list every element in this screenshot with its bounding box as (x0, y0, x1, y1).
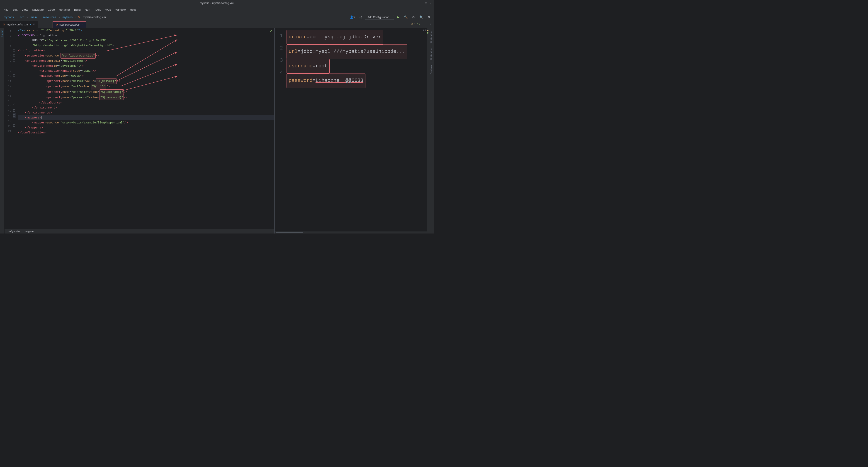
notifications-icon[interactable]: Notifications (430, 29, 433, 44)
menu-tools[interactable]: Tools (92, 7, 103, 12)
ln2: 2 (4, 34, 11, 39)
tab-close-xml[interactable]: ✕ (33, 23, 35, 26)
menu-view[interactable]: View (20, 7, 30, 12)
breadcrumb-mappers[interactable]: mappers (25, 230, 34, 233)
url-highlight-box: url=jdbc:mysql:///mybatis?useUnicode... (286, 45, 407, 59)
mybatis-btn[interactable]: mybatis (61, 15, 74, 20)
menu-window[interactable]: Window (114, 7, 128, 12)
back-btn[interactable]: mybatis (2, 15, 15, 20)
tab-close-props[interactable]: ✕ (81, 23, 83, 26)
code-line-19: <mapper resource="org/mybatis/example/Bl… (18, 120, 274, 125)
right-warning-scrollbar (427, 28, 429, 233)
code-line-20: </mappers> (18, 125, 274, 130)
close-btn[interactable]: ✕ (429, 2, 432, 5)
code-line-3: PUBLIC "-//mybatis.org//DTD Config 3.0//… (18, 38, 274, 43)
url-eq: = (298, 49, 301, 55)
fg20[interactable]: ○ (13, 123, 16, 128)
ln8: 8 (4, 64, 11, 69)
fg10[interactable]: − (13, 73, 16, 78)
right-scrollbar (275, 231, 429, 233)
code-line-15: </dataSource> (18, 100, 274, 105)
fg12 (13, 83, 16, 88)
menu-navigate[interactable]: Navigate (30, 7, 45, 12)
notifications2-icon[interactable]: Notifications (430, 46, 433, 61)
fg7[interactable]: − (13, 58, 16, 63)
window-controls: ─ □ ✕ (420, 2, 432, 5)
menu-code[interactable]: Code (46, 7, 57, 12)
code-line-2: <!DOCTYPE configuration (18, 33, 274, 38)
sep4: › (59, 16, 60, 19)
right-editor: ∧ ∨ 1 2 3 4 driver=com.mysql (275, 28, 429, 233)
code-line-14: <property name="password" value="${passw… (18, 95, 274, 100)
code-line-9: <transactionManager type="JDBC"/> (18, 68, 274, 74)
right-code-content: 1 2 3 4 driver=com.mysql.cj.jdbc.Driver (275, 28, 429, 231)
ln12: 12 (4, 84, 11, 89)
database-icon[interactable]: Database (430, 63, 433, 76)
fg21 (13, 128, 16, 133)
right-scrollbar-thumb[interactable] (276, 232, 303, 233)
gear-btn[interactable]: ⚙ (426, 15, 432, 20)
menu-refactor[interactable]: Refactor (57, 7, 72, 12)
scroll-up-arrow[interactable]: ∧ (423, 29, 424, 32)
back-nav-btn[interactable]: ◁ (358, 15, 363, 20)
fg17[interactable]: ○ (13, 108, 16, 113)
fg5[interactable]: − (13, 48, 16, 53)
left-code-lines[interactable]: <?xml version="1.0" encoding="UTF-8" ?> … (16, 28, 274, 229)
ln18: 18 (4, 114, 11, 119)
rln2: 2 (275, 42, 283, 55)
password-highlight-box: password=Lihaozhe!!@@6633 (286, 74, 365, 88)
ln14: 14 (4, 94, 11, 99)
ok-scroll-dot (427, 32, 429, 34)
tab-mybatis-config[interactable]: ⚙ myatis-confog.xml ● ✕ (0, 21, 38, 28)
resources-btn[interactable]: resources (42, 15, 57, 20)
maximize-btn[interactable]: □ (424, 2, 428, 5)
right-line-4: password=Lihaozhe!!@@6633 (286, 74, 429, 88)
breadcrumb-config[interactable]: configuration (7, 230, 21, 233)
editors-split: Project ✓ 1 2 3 4 5 6 7 8 9 10 (0, 28, 434, 233)
profile-btn[interactable]: 👤▾ (348, 15, 356, 20)
breadcrumb-sep-icon: › (23, 230, 23, 233)
fg3 (13, 38, 16, 43)
ln17: 17 (4, 109, 11, 114)
menu-vcs[interactable]: VCS (103, 7, 113, 12)
toolbar: mybatis › src › main › resources › mybat… (0, 13, 434, 21)
menu-edit[interactable]: Edit (11, 7, 19, 12)
ln4: 4 (4, 44, 11, 49)
menu-run[interactable]: Run (83, 7, 92, 12)
main-btn[interactable]: main (29, 15, 38, 20)
xml-file-icon: ⚙ (3, 23, 5, 26)
build-btn[interactable]: 🔨 (403, 15, 409, 20)
settings-btn[interactable]: ⚙ (411, 15, 416, 20)
minimize-btn[interactable]: ─ (420, 2, 423, 5)
add-config-button[interactable]: Add Configuration... (365, 15, 394, 20)
search-btn[interactable]: 🔍 (418, 15, 424, 20)
menu-build[interactable]: Build (72, 7, 83, 12)
code-line-12: <property name="url" value="${url}"/> (18, 84, 274, 89)
code-line-4: "http://mybatis.org/dtd/mybatis-3-config… (18, 43, 274, 48)
driver-key: driver (288, 34, 307, 40)
ln13: 13 (4, 89, 11, 94)
file-btn[interactable]: myatis-confog.xml (82, 15, 108, 20)
tab-menu-btn[interactable]: ⋮ (45, 21, 53, 28)
scroll-down-arrow[interactable]: ∨ (425, 29, 427, 32)
right-scroll-arrows: ∧ ∨ (423, 29, 427, 32)
fg16[interactable]: ○ (13, 103, 16, 108)
checkmark-indicator: ✓ (270, 29, 272, 33)
code-line-5: <configuration> (18, 48, 274, 53)
code-line-16: </environment> (18, 105, 274, 110)
fg6[interactable]: ○ (13, 53, 16, 58)
project-panel-btn[interactable]: Project (1, 28, 3, 39)
right-line-3: username=root (286, 59, 429, 74)
left-editor: ✓ 1 2 3 4 5 6 7 8 9 10 11 12 13 (4, 28, 274, 233)
src-btn[interactable]: src (19, 15, 25, 20)
code-line-21: </configuration> (18, 130, 274, 135)
fg18[interactable]: − (13, 113, 16, 118)
editor-tabs-bar: ⚙ myatis-confog.xml ● ✕ ⋮ ⚙ config.prope… (0, 21, 434, 28)
menu-file[interactable]: File (2, 7, 10, 12)
tabs-right-icon[interactable]: ⋮ (429, 21, 434, 28)
menu-help[interactable]: Help (128, 7, 138, 12)
tab-config-props[interactable]: ⚙ config.properties ✕ (53, 21, 86, 28)
run-btn[interactable]: ▶ (396, 15, 401, 20)
ok-count: ✓ 2 (416, 22, 420, 25)
tab-modified-dot: ● (30, 23, 32, 26)
